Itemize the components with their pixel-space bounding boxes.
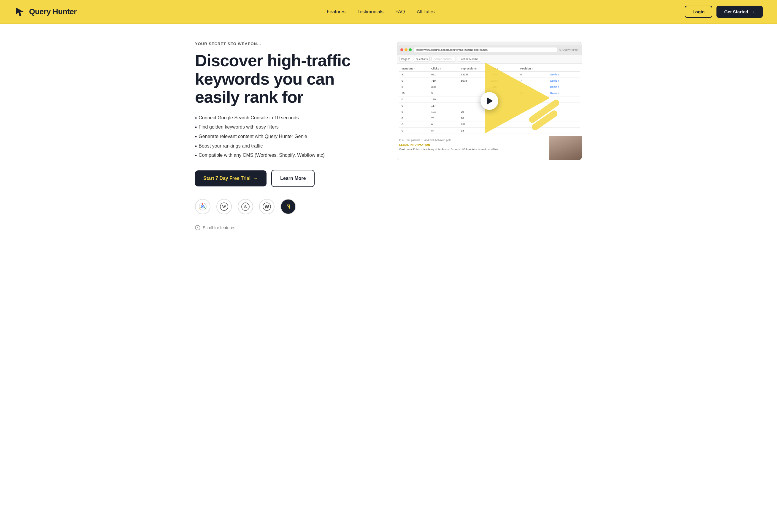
svg-line-7 (205, 208, 206, 208)
logo-icon (14, 6, 26, 18)
table-row: 012420 (399, 109, 580, 115)
svg-point-4 (202, 206, 204, 207)
scroll-icon (195, 225, 200, 230)
svg-text:S: S (244, 205, 247, 209)
scroll-hint: Scroll for features (195, 225, 379, 230)
expand-dot (409, 48, 412, 51)
bullet-1: Connect Google Search Console in 10 seco… (195, 115, 379, 122)
bullet-2: Find golden keywords with easy filters (195, 124, 379, 131)
table-row: 071985788.10%7Genie ↑ (399, 78, 580, 84)
minimize-dot (405, 48, 408, 51)
video-container[interactable]: https://www.goodhousepets.com/female-hun… (397, 41, 582, 160)
hero-section: YOUR SECRET SEO WEAPON... Discover high-… (181, 24, 596, 242)
hero-heading: Discover high-traffic keywords you can e… (195, 51, 379, 106)
bottom-area: to a... pet parents r... and well-behave… (397, 136, 582, 160)
chrome-icon (195, 199, 210, 214)
table-header: Mentions ↑ Clicks ↑ Impressions ↑ CTR ↑ … (399, 66, 580, 72)
bullet-5: Compatible with any CMS (Wordress, Shopi… (195, 152, 379, 159)
cta-row: Start 7 Day Free Trial → Learn More (195, 170, 379, 187)
table-row: 07820 (399, 115, 580, 121)
hero-left: YOUR SECRET SEO WEAPON... Discover high-… (195, 41, 379, 230)
table-row: 00152 (399, 121, 580, 128)
table-row: 4961132387.26%8Genie ↑ (399, 72, 580, 78)
browser-bar: https://www.goodhousepets.com/female-hun… (397, 45, 582, 55)
browser-dots (401, 48, 412, 51)
main-nav: Features Testimonials FAQ Affiliates (327, 9, 435, 15)
svg-text:W: W (264, 204, 269, 209)
wordpress-icon: W (216, 199, 232, 214)
learn-more-button[interactable]: Learn More (271, 170, 315, 187)
table-row: 08418 (399, 128, 580, 134)
trial-button[interactable]: Start 7 Day Free Trial → (195, 171, 266, 187)
play-button[interactable] (480, 92, 498, 110)
login-button[interactable]: Login (685, 6, 712, 18)
browser-url: https://www.goodhousepets.com/female-hun… (414, 47, 557, 52)
screenshot-bg: https://www.goodhousepets.com/female-hun… (397, 41, 582, 160)
person-image (549, 136, 582, 160)
nav-faq[interactable]: FAQ (395, 9, 405, 15)
filter-bar: Page 2 Questions Search queries... Last … (397, 55, 582, 64)
close-dot (401, 48, 403, 51)
bullet-4: Boost your rankings and traffic (195, 143, 379, 150)
legal-content: to a... pet parents r... and well-behave… (397, 136, 549, 160)
webflow-icon: W (259, 199, 274, 214)
svg-marker-0 (16, 7, 24, 16)
nav-features[interactable]: Features (327, 9, 345, 15)
get-started-button[interactable]: Get Started → (716, 6, 763, 18)
bullet-3: Generate relevant content with Query Hun… (195, 134, 379, 140)
nav-testimonials[interactable]: Testimonials (357, 9, 383, 15)
logo[interactable]: Query Hunter (14, 6, 77, 18)
payload-icon (281, 199, 296, 214)
header: Query Hunter Features Testimonials FAQ A… (0, 0, 777, 24)
shopify-icon: S (238, 199, 253, 214)
logo-text: Query Hunter (29, 7, 77, 16)
hero-right: https://www.goodhousepets.com/female-hun… (397, 41, 582, 160)
hero-bullets: Connect Google Search Console in 10 seco… (195, 115, 379, 159)
hero-eyebrow: YOUR SECRET SEO WEAPON... (195, 41, 379, 46)
header-actions: Login Get Started → (685, 6, 763, 18)
svg-text:W: W (222, 205, 226, 209)
svg-line-6 (200, 208, 201, 208)
nav-affiliates[interactable]: Affiliates (417, 9, 435, 15)
cms-icons-row: W S W (195, 199, 379, 214)
table-row: 03005.48%7Genie ↑ (399, 84, 580, 90)
